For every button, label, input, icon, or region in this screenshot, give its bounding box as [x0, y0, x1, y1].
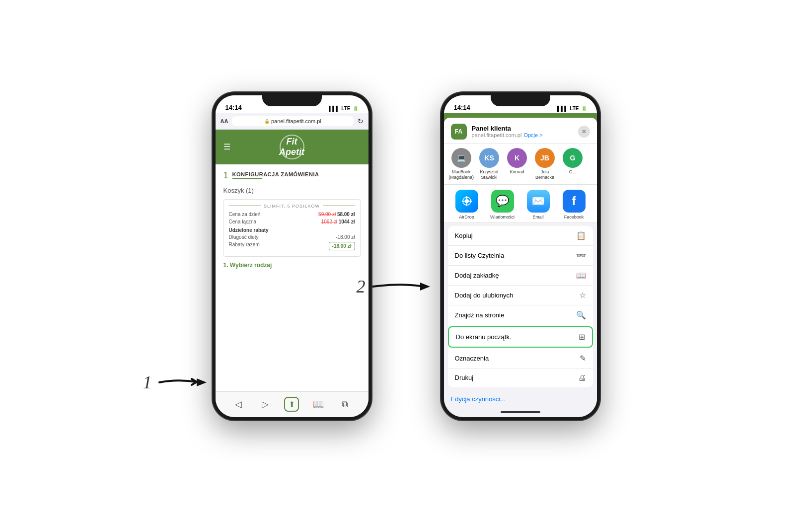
share-button[interactable]: ⬆	[284, 397, 299, 412]
annotation-2: 2	[357, 276, 366, 297]
step-header: 1 KONFIGURACJA ZAMÓWIENIA	[223, 170, 361, 181]
time-2: 14:14	[454, 104, 470, 111]
person-name-krzysztof: KrzysztofStawicki	[480, 169, 499, 180]
step-number: 1	[223, 170, 228, 181]
browser-url-1[interactable]: 🔒 panel.fitapetit.com.pl	[232, 116, 353, 126]
menu-znajdz[interactable]: Znajdź na stronie 🔍	[448, 305, 593, 325]
zakladka-label: Dodaj zakładkę	[455, 272, 499, 279]
airdrop-label: AirDrop	[459, 215, 474, 219]
browser-aa-1[interactable]: AA	[221, 118, 228, 124]
page-root: 14:14 ▌▌▌ LTE 🔋 AA 🔒 panel.fitapetit.com…	[0, 0, 812, 512]
forward-button[interactable]: ▷	[258, 397, 273, 412]
drukuj-label: Drukuj	[455, 374, 474, 381]
czytelnia-label: Do listy Czytelnia	[455, 252, 505, 259]
status-icons-2: ▌▌▌ LTE 🔋	[557, 106, 587, 111]
ulubione-icon: ☆	[579, 291, 586, 300]
cart-row-1: Cena za dzień 59.00 zł 58.00 zł	[229, 212, 355, 217]
edit-actions-row: Edycja czynności...	[444, 390, 597, 407]
hamburger-icon[interactable]: ☰	[223, 142, 230, 151]
bottom-toolbar-1: ◁ ▷ ⬆ 📖 ⧉	[216, 391, 369, 417]
sheet-app-name: Panel klienta	[472, 125, 573, 132]
oznaczenia-icon: ✎	[580, 354, 586, 363]
messages-icon: 💬	[491, 190, 514, 213]
edit-actions-link[interactable]: Edycja czynności...	[451, 395, 506, 403]
close-button[interactable]: ✕	[578, 126, 590, 138]
people-row: 💻 MacBook(Magdalena) KS KrzysztofStawick…	[444, 144, 597, 185]
discounts-title: Udzielone rabaty	[229, 227, 355, 233]
status-icons-1: ▌▌▌ LTE 🔋	[329, 106, 358, 111]
battery-icon-2: 🔋	[581, 106, 587, 111]
back-button[interactable]: ◁	[231, 397, 246, 412]
cart-title: Koszyk (1)	[223, 187, 361, 194]
sheet-app-info: Panel klienta panel.fitapetit.com.pl Opc…	[472, 125, 573, 138]
person-macbook[interactable]: 💻 MacBook(Magdalena)	[449, 148, 474, 180]
sheet-url-row: panel.fitapetit.com.pl Opcje >	[472, 132, 573, 138]
facebook-label: Facebook	[564, 215, 584, 219]
menu-oznaczenia[interactable]: Oznaczenia ✎	[448, 349, 593, 368]
person-jola[interactable]: JB JolaBernacka	[532, 148, 557, 180]
person-avatar-jola: JB	[535, 148, 555, 168]
cart-row-3: Długość diety -18.00 zł	[229, 234, 355, 240]
app-messages[interactable]: 💬 Wiadomości	[485, 190, 520, 219]
znajdz-label: Znajdź na stronie	[455, 311, 505, 319]
signal-icon-1: ▌▌▌	[329, 106, 339, 111]
phone2-inner: 14:14 ▌▌▌ LTE 🔋 FA	[444, 95, 597, 417]
mail-icon: ✉️	[527, 190, 550, 213]
app-facebook[interactable]: f Facebook	[556, 190, 592, 219]
person-konrad[interactable]: K Konrad	[505, 148, 529, 180]
person-name-jola: JolaBernacka	[535, 169, 554, 180]
share-sheet: FA Panel klienta panel.fitapetit.com.pl …	[444, 118, 597, 417]
phone2-wrapper: 14:14 ▌▌▌ LTE 🔋 FA	[441, 92, 600, 420]
menu-czytelnia[interactable]: Do listy Czytelnia 👓	[448, 246, 593, 266]
logo-text: FitApetit	[279, 137, 304, 157]
step-title: KONFIGURACJA ZAMÓWIENIA	[232, 171, 319, 177]
cart-plan-title: SLIMFIT, 5 POSIŁKÓW	[229, 204, 355, 209]
svg-marker-0	[197, 378, 207, 386]
row3-value: -18.00 zł	[336, 234, 355, 240]
do-ekranu-icon: ⊞	[579, 332, 585, 342]
row2-label: Cena łączna	[229, 219, 257, 224]
home-indicator-2	[444, 407, 597, 417]
app-mail[interactable]: ✉️ Email	[520, 190, 556, 219]
reload-button-1[interactable]: ↻	[358, 117, 364, 125]
arrow1-svg	[157, 375, 221, 390]
phone1-wrapper: 14:14 ▌▌▌ LTE 🔋 AA 🔒 panel.fitapetit.com…	[213, 92, 371, 420]
bookmarks-button[interactable]: 📖	[311, 397, 326, 412]
step-title-group: KONFIGURACJA ZAMÓWIENIA	[232, 171, 319, 179]
menu-list: Kopiuj 📋 Do listy Czytelnia 👓 Dodaj zakł…	[448, 226, 593, 387]
mail-label: Email	[532, 215, 544, 219]
row1-old-price: 59.00 zł	[318, 212, 336, 217]
facebook-icon: f	[563, 190, 586, 213]
sheet-header: FA Panel klienta panel.fitapetit.com.pl …	[444, 118, 597, 144]
row2-old-price: 1062 zł	[321, 219, 337, 224]
person-krzysztof[interactable]: KS KrzysztofStawicki	[477, 148, 502, 180]
tabs-button[interactable]: ⧉	[338, 397, 353, 412]
notch2	[491, 95, 550, 106]
do-ekranu-label: Do ekranu początk.	[456, 333, 512, 341]
apps-row: AirDrop 💬 Wiadomości ✉️ Email	[444, 185, 597, 223]
menu-drukuj[interactable]: Drukuj 🖨	[448, 368, 593, 387]
annotation2-group: 2	[357, 276, 440, 297]
person-g[interactable]: G G...	[560, 148, 585, 180]
czytelnia-icon: 👓	[576, 251, 586, 260]
battery-icon-1: 🔋	[353, 106, 359, 111]
signal-icon-2: ▌▌▌	[557, 106, 568, 111]
menu-kopiuj[interactable]: Kopiuj 📋	[448, 226, 593, 246]
person-avatar-krzysztof: KS	[479, 148, 499, 168]
cart-row-4: Rabaty razem -18.00 zł	[229, 242, 355, 250]
notch1	[262, 95, 322, 106]
kopiuj-label: Kopiuj	[455, 232, 473, 239]
app-airdrop[interactable]: AirDrop	[449, 190, 485, 219]
sheet-opcje[interactable]: Opcje >	[523, 132, 542, 138]
menu-do-ekranu[interactable]: Do ekranu początk. ⊞	[448, 326, 593, 348]
row1-label: Cena za dzień	[229, 212, 261, 217]
phone2-bg: FA Panel klienta panel.fitapetit.com.pl …	[444, 113, 597, 417]
oznaczenia-label: Oznaczenia	[455, 355, 489, 362]
phone1-content: ☰ FitApetit 1 KONFIGURACJA ZAMÓWIENIA	[216, 130, 369, 417]
browser-bar-1[interactable]: AA 🔒 panel.fitapetit.com.pl ↻	[216, 113, 369, 130]
menu-ulubione[interactable]: Dodaj do ulubionych ☆	[448, 286, 593, 305]
person-name-konrad: Konrad	[510, 169, 524, 175]
zakladka-icon: 📖	[576, 271, 586, 280]
annotation1-group: 1	[143, 372, 221, 393]
menu-zakladka[interactable]: Dodaj zakładkę 📖	[448, 266, 593, 286]
